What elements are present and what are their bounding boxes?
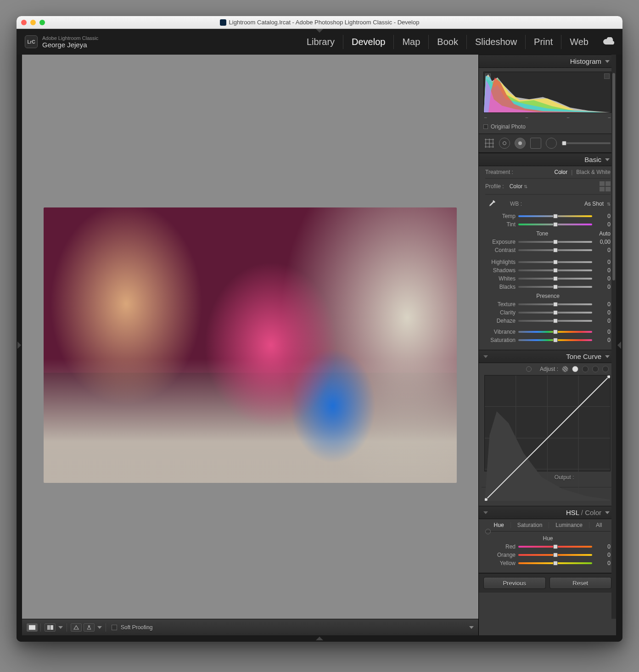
titlebar: Lightroom Catalog.lrcat - Adobe Photosho… [17,16,622,29]
hue-orange-slider[interactable] [518,554,592,556]
auto-tone-button[interactable]: Auto [599,230,611,237]
highlights-value[interactable]: 0 [595,259,611,265]
module-book[interactable]: Book [429,35,467,49]
swap-settings-button[interactable] [84,623,95,632]
highlights-slider[interactable] [518,261,592,263]
module-develop[interactable]: Develop [343,35,394,49]
hue-yellow-value[interactable]: 0 [595,560,611,566]
hsl-tab-all[interactable]: All [589,522,608,528]
curve-channel-red[interactable] [582,366,589,372]
hue-orange-label: Orange [485,552,516,558]
curve-channel-luminance[interactable] [572,366,578,372]
left-panel-collapsed[interactable] [17,55,22,635]
curve-channel-blue[interactable] [602,366,609,372]
hue-yellow-slider[interactable] [518,562,592,564]
shadows-slider[interactable] [518,269,592,271]
redeye-tool[interactable] [515,138,526,149]
panel-switch-icon[interactable] [483,511,488,514]
module-slideshow[interactable]: Slideshow [467,35,526,49]
panel-header-hsl[interactable]: HSL / Color [479,506,616,519]
toolbar-menu[interactable] [469,626,474,629]
treatment-color[interactable]: Color [554,169,567,175]
vibrance-slider[interactable] [518,331,592,333]
copy-swap-menu[interactable] [96,623,103,632]
temp-slider[interactable] [518,215,592,217]
panel-header-basic[interactable]: Basic [479,153,616,166]
module-map[interactable]: Map [394,35,429,49]
profile-select[interactable]: Color [510,183,528,190]
shadows-value[interactable]: 0 [595,267,611,274]
blacks-label: Blacks [485,284,516,290]
hsl-target-adjust[interactable] [485,529,491,534]
reset-button[interactable]: Reset [549,577,612,589]
blacks-value[interactable]: 0 [595,284,611,290]
tint-value[interactable]: 0 [595,221,611,228]
hsl-tab-hue[interactable]: Hue [488,522,511,528]
hue-red-slider[interactable] [518,546,592,548]
treatment-bw[interactable]: Black & White [576,169,611,175]
curve-channel-green[interactable] [592,366,599,372]
radial-filter-tool[interactable] [546,138,557,149]
saturation-slider[interactable] [518,339,592,341]
histogram-display[interactable] [483,72,611,113]
brand-appname: Adobe Lightroom Classic [42,35,98,41]
curve-target-adjust[interactable] [526,366,532,372]
hue-red-value[interactable]: 0 [595,543,611,550]
clarity-slider[interactable] [518,312,592,314]
spot-removal-tool[interactable] [499,138,510,149]
dehaze-slider[interactable] [518,320,592,322]
temp-value[interactable]: 0 [595,213,611,219]
panel-header-tonecurve[interactable]: Tone Curve [479,350,616,363]
mask-slider[interactable] [561,142,611,144]
hue-orange-value[interactable]: 0 [595,552,611,558]
vibrance-value[interactable]: 0 [595,329,611,335]
hsl-tabs: Hue Saturation Luminance All [485,522,611,532]
wb-select[interactable]: As Shot [584,201,611,207]
saturation-value[interactable]: 0 [595,337,611,343]
before-after-lr-button[interactable] [45,623,56,632]
loupe-view-button[interactable] [27,623,38,632]
right-panel-toggle[interactable] [616,55,622,635]
original-photo-checkbox[interactable] [483,124,488,129]
module-web[interactable]: Web [561,35,597,49]
panel-switch-icon[interactable] [483,355,488,358]
contrast-label: Contrast [485,247,516,253]
texture-value[interactable]: 0 [595,301,611,308]
contrast-slider[interactable] [518,249,592,251]
crop-tool[interactable] [484,138,494,148]
panel-header-histogram[interactable]: Histogram [479,55,616,68]
tint-slider[interactable] [518,224,592,225]
module-library[interactable]: Library [298,35,343,49]
wb-eyedropper-tool[interactable] [485,197,498,210]
hsl-tab-saturation[interactable]: Saturation [511,522,549,528]
right-panel-scrollbar[interactable] [611,55,616,619]
identity-plate[interactable]: LrC Adobe Lightroom Classic George Jejey… [25,35,98,49]
clarity-value[interactable]: 0 [595,309,611,316]
blacks-slider[interactable] [518,286,592,288]
texture-slider[interactable] [518,303,592,305]
contrast-value[interactable]: 0 [595,247,611,253]
histogram-title: Histogram [570,57,601,65]
cloud-sync-icon[interactable] [603,37,614,46]
module-print[interactable]: Print [526,35,561,49]
exposure-slider[interactable] [518,241,592,243]
profile-browser-button[interactable] [600,181,611,191]
graduated-filter-tool[interactable] [530,138,541,149]
previous-button[interactable]: Previous [483,577,546,589]
window-zoom-button[interactable] [39,20,45,25]
filmstrip-collapsed[interactable] [17,635,622,642]
hsl-tab-luminance[interactable]: Luminance [549,522,589,528]
dehaze-value[interactable]: 0 [595,318,611,324]
before-after-menu[interactable] [57,623,64,632]
whites-value[interactable]: 0 [595,275,611,282]
exposure-value[interactable]: 0,00 [595,239,611,245]
preview-image[interactable] [44,207,457,483]
whites-slider[interactable] [518,278,592,280]
copy-settings-button[interactable] [71,623,82,632]
soft-proofing-checkbox[interactable] [112,625,117,630]
window-close-button[interactable] [21,20,27,25]
window-minimize-button[interactable] [30,20,36,25]
window-title: Lightroom Catalog.lrcat - Adobe Photosho… [17,19,622,26]
curve-channel-parametric[interactable] [562,366,568,372]
tone-curve-editor[interactable] [484,375,611,471]
